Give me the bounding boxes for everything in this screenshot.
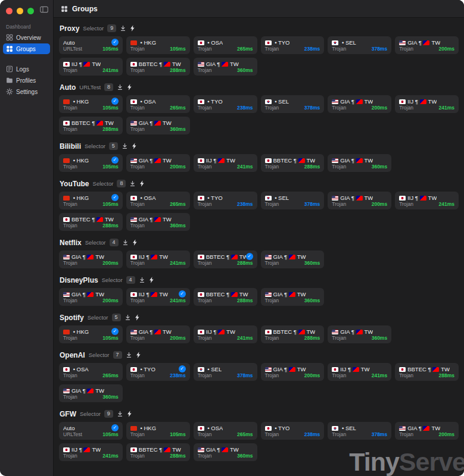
- minimize-window-button[interactable]: [17, 8, 23, 14]
- proxy-card[interactable]: Auto✓URLTest105ms: [59, 36, 123, 54]
- speed-test-icon[interactable]: [139, 180, 145, 187]
- latency-test-icon[interactable]: [139, 277, 145, 283]
- proxy-card[interactable]: IIJ ¶ TWTrojan241ms: [328, 363, 391, 381]
- proxy-card[interactable]: GIA ¶ TWTrojan360ms: [194, 58, 257, 76]
- latency-test-icon[interactable]: [122, 143, 128, 149]
- proxy-card[interactable]: GIA ¶ TWTrojan360ms: [126, 117, 190, 134]
- proxy-card[interactable]: • TYOTrojan238ms: [194, 192, 257, 209]
- proxy-card[interactable]: • HKG✓Trojan105ms: [59, 325, 123, 343]
- latency-value: 288ms: [439, 372, 454, 378]
- speed-test-icon[interactable]: [149, 277, 154, 283]
- proxy-card[interactable]: GIA ¶ TWTrojan200ms: [328, 95, 391, 113]
- proxy-card[interactable]: • HKGTrojan105ms: [126, 36, 190, 54]
- proxy-card[interactable]: GIA ¶ TWTrojan200ms: [59, 288, 123, 306]
- latency-test-icon[interactable]: [124, 314, 131, 321]
- proxy-card[interactable]: GIA ¶ TWTrojan360ms: [59, 384, 123, 402]
- proxy-card[interactable]: IIJ ¶ TWTrojan241ms: [194, 154, 257, 172]
- speed-test-icon[interactable]: [130, 25, 135, 32]
- proxy-card[interactable]: GIA ¶ TWTrojan360ms: [194, 443, 257, 461]
- speed-test-icon[interactable]: [136, 352, 141, 358]
- proxy-card[interactable]: • TYOTrojan238ms: [194, 95, 257, 113]
- speed-test-icon[interactable]: [132, 143, 137, 149]
- proxy-card[interactable]: • SELTrojan378ms: [261, 95, 325, 113]
- proxy-type: Trojan: [63, 335, 77, 341]
- proxy-card[interactable]: • OSATrojan265ms: [126, 95, 190, 113]
- proxy-name: • OSA: [63, 366, 89, 372]
- proxy-card[interactable]: • HKG✓Trojan105ms: [59, 154, 123, 172]
- tw-flag-icon: [87, 292, 94, 297]
- proxy-card[interactable]: • SELTrojan378ms: [194, 363, 257, 381]
- proxy-card[interactable]: Auto✓URLTest105ms: [59, 422, 123, 440]
- latency-test-icon[interactable]: [129, 180, 136, 187]
- zoom-window-button[interactable]: [27, 8, 34, 14]
- proxy-card[interactable]: • TYOTrojan238ms: [261, 422, 325, 440]
- proxy-card[interactable]: BBTEC ¶ TWTrojan288ms: [261, 154, 325, 172]
- proxy-card[interactable]: IIJ ¶ TWTrojan241ms: [59, 443, 123, 461]
- proxy-card[interactable]: GIA ¶ TWTrojan360ms: [328, 325, 391, 343]
- proxy-card[interactable]: IIJ ¶ TW✓Trojan241ms: [126, 288, 190, 306]
- proxy-card[interactable]: • SELTrojan378ms: [261, 192, 325, 209]
- proxy-card[interactable]: • OSATrojan265ms: [194, 36, 257, 54]
- proxy-card[interactable]: • HKG✓Trojan105ms: [59, 192, 123, 209]
- sidebar-item-profiles[interactable]: Profiles: [3, 75, 50, 86]
- latency-test-icon[interactable]: [120, 25, 126, 32]
- latency-test-icon[interactable]: [126, 352, 132, 358]
- sidebar-item-logs[interactable]: Logs: [3, 64, 50, 74]
- proxy-card[interactable]: GIA ¶ TWTrojan200ms: [328, 192, 391, 209]
- speed-test-icon[interactable]: [132, 239, 138, 246]
- proxy-card[interactable]: • OSATrojan265ms: [59, 363, 123, 381]
- proxy-card[interactable]: GIA ¶ TWTrojan200ms: [261, 363, 325, 381]
- proxy-card[interactable]: • SELTrojan378ms: [328, 422, 391, 440]
- jp-flag-icon: [198, 196, 204, 201]
- proxy-card[interactable]: IIJ ¶ TWTrojan241ms: [59, 58, 123, 76]
- proxy-card[interactable]: IIJ ¶ TWTrojan241ms: [194, 325, 257, 343]
- proxy-card-top-row: IIJ ¶ TW: [198, 156, 253, 164]
- proxy-card[interactable]: • OSATrojan265ms: [194, 422, 257, 440]
- proxy-card[interactable]: BBTEC ¶ TWTrojan288ms: [59, 117, 123, 134]
- proxy-card-bottom-row: Trojan360ms: [130, 223, 186, 228]
- proxy-name: GIA ¶ TW: [130, 216, 172, 223]
- speed-test-icon[interactable]: [127, 84, 132, 90]
- proxy-card[interactable]: • TYOTrojan238ms: [261, 36, 325, 54]
- proxy-card[interactable]: BBTEC ¶ TWTrojan288ms: [395, 363, 459, 381]
- proxy-card[interactable]: GIA ¶ TWTrojan200ms: [395, 422, 459, 440]
- proxy-card[interactable]: GIA ¶ TWTrojan360ms: [261, 250, 325, 268]
- proxy-card[interactable]: GIA ¶ TWTrojan200ms: [395, 36, 459, 54]
- speed-test-icon[interactable]: [127, 411, 132, 417]
- group-name: Netflix: [60, 239, 82, 247]
- proxy-card[interactable]: BBTEC ¶ TW✓Trojan288ms: [194, 250, 257, 268]
- jp-flag-icon: [198, 330, 204, 334]
- proxy-name: BBTEC ¶ TW: [198, 253, 246, 260]
- proxy-card[interactable]: GIA ¶ TWTrojan200ms: [59, 250, 123, 268]
- sidebar-item-groups[interactable]: Groups: [3, 43, 50, 54]
- group-type: Selector: [85, 239, 106, 246]
- proxy-card[interactable]: • HKGTrojan105ms: [126, 422, 190, 440]
- sidebar-item-overview[interactable]: Overview: [3, 32, 50, 43]
- sidebar-item-settings[interactable]: Settings: [3, 86, 50, 97]
- proxy-card[interactable]: GIA ¶ TWTrojan360ms: [126, 213, 190, 231]
- proxy-card[interactable]: • HKG✓Trojan105ms: [59, 95, 123, 113]
- proxy-card[interactable]: BBTEC ¶ TWTrojan288ms: [126, 443, 190, 461]
- proxy-name: GIA ¶ TW: [130, 157, 172, 164]
- proxy-card[interactable]: • TYO✓Trojan238ms: [126, 363, 190, 381]
- latency-test-icon[interactable]: [117, 84, 123, 90]
- proxy-card[interactable]: BBTEC ¶ TWTrojan288ms: [126, 58, 190, 76]
- jp-flag-icon: [63, 217, 70, 222]
- latency-test-icon[interactable]: [117, 411, 123, 417]
- proxy-card[interactable]: IIJ ¶ TWTrojan241ms: [395, 192, 459, 209]
- proxy-card[interactable]: GIA ¶ TWTrojan360ms: [328, 154, 391, 172]
- proxy-card[interactable]: BBTEC ¶ TWTrojan288ms: [261, 325, 325, 343]
- proxy-card[interactable]: BBTEC ¶ TWTrojan288ms: [59, 213, 123, 231]
- proxy-card[interactable]: GIA ¶ TWTrojan200ms: [126, 325, 190, 343]
- latency-test-icon[interactable]: [122, 239, 129, 246]
- proxy-card[interactable]: • SELTrojan378ms: [328, 36, 391, 54]
- proxy-card[interactable]: IIJ ¶ TWTrojan241ms: [395, 95, 459, 113]
- speed-test-icon[interactable]: [135, 314, 140, 321]
- sidebar-toggle-icon[interactable]: [40, 6, 48, 13]
- proxy-card[interactable]: GIA ¶ TWTrojan200ms: [126, 154, 190, 172]
- close-window-button[interactable]: [6, 8, 13, 14]
- proxy-card[interactable]: GIA ¶ TWTrojan360ms: [261, 288, 325, 306]
- proxy-card[interactable]: IIJ ¶ TWTrojan241ms: [126, 250, 190, 268]
- proxy-card[interactable]: • OSATrojan265ms: [126, 192, 190, 209]
- proxy-card[interactable]: BBTEC ¶ TWTrojan288ms: [194, 288, 257, 306]
